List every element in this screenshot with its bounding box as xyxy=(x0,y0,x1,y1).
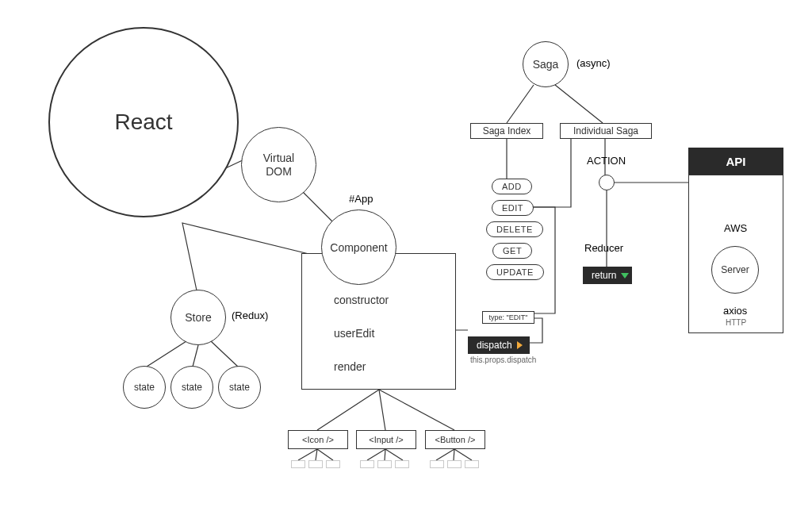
node-virtual-dom: Virtual DOM xyxy=(241,127,316,202)
subbox xyxy=(291,460,305,468)
pill-update: UPDATE xyxy=(486,264,544,280)
label-react: React xyxy=(114,110,172,135)
label-dom: DOM xyxy=(263,165,294,179)
dispatch-box: dispatch xyxy=(468,336,530,354)
node-react: React xyxy=(48,27,239,217)
svg-line-12 xyxy=(385,449,385,460)
svg-line-7 xyxy=(379,390,454,430)
node-state-2: state xyxy=(170,366,213,409)
label-redux: (Redux) xyxy=(232,309,268,321)
node-state-3: state xyxy=(218,366,261,409)
svg-line-16 xyxy=(454,449,472,460)
box-individual-saga: Individual Saga xyxy=(560,123,652,139)
label-reducer: Reducer xyxy=(584,242,623,254)
subbox xyxy=(395,460,409,468)
node-saga: Saga xyxy=(523,41,569,87)
svg-line-6 xyxy=(379,390,385,430)
pill-edit: EDIT xyxy=(492,200,534,216)
label-constructor: constructor xyxy=(334,294,389,306)
box-saga-index: Saga Index xyxy=(470,123,543,139)
pill-delete: DELETE xyxy=(486,221,543,237)
subbox xyxy=(326,460,340,468)
svg-line-3 xyxy=(193,345,198,367)
label-component: Component xyxy=(330,241,387,254)
node-server: Server xyxy=(711,246,759,294)
type-edit-box: type: "EDIT" xyxy=(482,311,534,324)
child-input: <Input /> xyxy=(356,430,416,449)
node-state-1: state xyxy=(123,366,166,409)
pill-add: ADD xyxy=(492,179,532,194)
svg-line-9 xyxy=(316,449,317,460)
svg-line-14 xyxy=(436,449,454,460)
subbox xyxy=(377,460,392,468)
subbox xyxy=(308,460,323,468)
svg-line-18 xyxy=(507,85,534,123)
svg-line-15 xyxy=(454,449,454,460)
svg-line-8 xyxy=(298,449,317,460)
node-store: Store xyxy=(170,290,226,345)
triangle-icon xyxy=(517,341,523,349)
api-header: API xyxy=(688,148,783,175)
subbox xyxy=(430,460,444,468)
label-store: Store xyxy=(185,311,211,324)
svg-line-10 xyxy=(317,449,333,460)
svg-line-2 xyxy=(147,341,186,367)
label-aws: AWS xyxy=(724,222,747,234)
label-app: #App xyxy=(349,193,373,205)
svg-line-11 xyxy=(367,449,385,460)
label-render: render xyxy=(334,360,366,373)
svg-line-19 xyxy=(555,85,603,123)
return-box: return xyxy=(583,267,632,284)
label-useredit: userEdit xyxy=(334,327,374,340)
pill-get: GET xyxy=(492,243,532,259)
label-http: HTTP xyxy=(726,318,746,327)
child-button: <Button /> xyxy=(425,430,485,449)
label-virtual: Virtual xyxy=(263,152,294,165)
svg-line-4 xyxy=(211,341,238,367)
triangle-down-icon xyxy=(621,273,629,279)
label-axios: axios xyxy=(723,305,747,317)
dispatch-caption: this.props.dispatch xyxy=(470,356,536,364)
subbox xyxy=(465,460,479,468)
node-component: Component xyxy=(321,209,396,285)
svg-line-5 xyxy=(317,390,379,430)
subbox xyxy=(360,460,374,468)
label-async: (async) xyxy=(576,57,611,69)
node-action xyxy=(599,175,615,190)
label-action: ACTION xyxy=(587,155,626,167)
child-icon: <Icon /> xyxy=(288,430,348,449)
subbox xyxy=(447,460,462,468)
svg-line-13 xyxy=(385,449,403,460)
